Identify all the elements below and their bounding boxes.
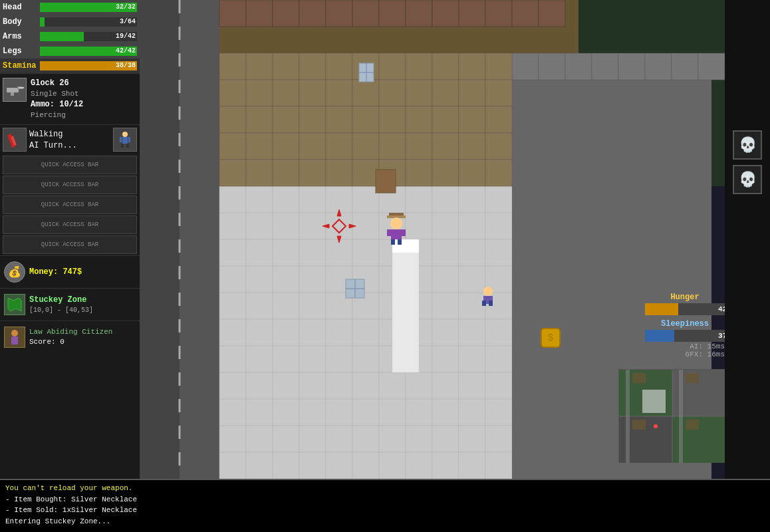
svg-rect-156 bbox=[326, 452, 352, 479]
svg-rect-128 bbox=[459, 372, 485, 399]
weapon-name: Glock 26 bbox=[31, 78, 83, 89]
svg-rect-126 bbox=[406, 372, 432, 399]
svg-rect-86 bbox=[219, 293, 246, 319]
svg-rect-149 bbox=[432, 426, 459, 452]
svg-rect-100 bbox=[299, 319, 326, 346]
svg-rect-119 bbox=[219, 372, 246, 399]
svg-rect-188 bbox=[352, 80, 379, 106]
svg-rect-2 bbox=[11, 92, 14, 96]
svg-rect-123 bbox=[326, 372, 352, 399]
svg-rect-185 bbox=[273, 80, 299, 106]
stamina-stat-row: Stamina 38/38 bbox=[0, 59, 140, 73]
svg-rect-186 bbox=[299, 80, 326, 106]
svg-rect-175 bbox=[299, 53, 326, 80]
zone-coords: [10,0] - [40,53] bbox=[29, 306, 93, 315]
svg-rect-201 bbox=[406, 106, 432, 133]
svg-rect-192 bbox=[459, 80, 485, 106]
svg-rect-155 bbox=[299, 452, 326, 479]
svg-rect-124 bbox=[352, 372, 379, 399]
money-icon: 💰 bbox=[4, 261, 25, 283]
quick-bar-4[interactable]: QUICK ACCESS BAR bbox=[3, 215, 137, 234]
head-stat-row: Head 32/32 bbox=[0, 0, 140, 15]
svg-rect-169 bbox=[645, 53, 672, 80]
svg-rect-118 bbox=[485, 346, 512, 372]
svg-rect-158 bbox=[379, 452, 406, 479]
hunger-bar-fill bbox=[645, 303, 678, 315]
svg-rect-30 bbox=[485, 0, 512, 27]
svg-rect-27 bbox=[406, 0, 432, 27]
svg-rect-11 bbox=[128, 137, 130, 142]
svg-rect-7 bbox=[122, 137, 128, 144]
svg-rect-223 bbox=[406, 160, 432, 186]
svg-rect-0 bbox=[7, 88, 19, 92]
legs-bar-value: 42/42 bbox=[116, 47, 136, 56]
svg-rect-253 bbox=[482, 301, 486, 306]
quick-bar-1[interactable]: QUICK ACCESS BAR bbox=[3, 156, 137, 174]
svg-rect-171 bbox=[698, 53, 725, 80]
svg-rect-206 bbox=[246, 133, 273, 160]
svg-rect-247 bbox=[387, 229, 391, 236]
svg-rect-213 bbox=[432, 133, 459, 160]
arms-label: Arms bbox=[3, 32, 37, 41]
svg-rect-214 bbox=[459, 133, 485, 160]
svg-rect-25 bbox=[352, 0, 379, 27]
svg-rect-16 bbox=[140, 0, 180, 479]
svg-rect-23 bbox=[299, 0, 326, 27]
svg-rect-157 bbox=[352, 452, 379, 479]
svg-point-6 bbox=[122, 132, 128, 137]
svg-rect-50 bbox=[432, 186, 459, 213]
money-value: Money: 747$ bbox=[29, 267, 82, 277]
score-icon bbox=[4, 327, 25, 348]
stamina-bar: 38/38 bbox=[40, 61, 137, 70]
gfx-timing: GFX: 16ms bbox=[645, 350, 725, 358]
svg-marker-12 bbox=[8, 298, 21, 311]
svg-rect-77 bbox=[273, 266, 299, 293]
svg-rect-179 bbox=[406, 53, 432, 80]
svg-rect-127 bbox=[432, 372, 459, 399]
zone-text: Stuckey Zone [10,0] - [40,53] bbox=[29, 295, 93, 315]
svg-rect-145 bbox=[326, 426, 352, 452]
svg-rect-20 bbox=[219, 0, 246, 27]
svg-rect-132 bbox=[273, 399, 299, 426]
svg-rect-42 bbox=[219, 186, 246, 213]
action-section: Walking AI Turn... bbox=[0, 124, 140, 154]
minimap bbox=[618, 369, 725, 462]
weapon-mode: Single Shot bbox=[31, 89, 83, 99]
svg-rect-64 bbox=[219, 239, 246, 266]
svg-rect-94 bbox=[432, 293, 459, 319]
quick-bar-2[interactable]: QUICK ACCESS BAR bbox=[3, 176, 137, 194]
svg-rect-143 bbox=[273, 426, 299, 452]
svg-rect-167 bbox=[592, 53, 618, 80]
svg-rect-219 bbox=[299, 160, 326, 186]
quick-bar-3[interactable]: QUICK ACCESS BAR bbox=[3, 196, 137, 214]
svg-rect-230 bbox=[376, 170, 396, 193]
svg-point-251 bbox=[483, 287, 493, 296]
svg-rect-242 bbox=[392, 239, 419, 253]
legs-label: Legs bbox=[3, 47, 37, 56]
svg-rect-191 bbox=[432, 80, 459, 106]
svg-rect-17 bbox=[180, 0, 219, 479]
svg-rect-168 bbox=[618, 53, 645, 80]
zone-row: Stuckey Zone [10,0] - [40,53] bbox=[4, 291, 136, 318]
svg-rect-189 bbox=[379, 80, 406, 106]
svg-rect-117 bbox=[459, 346, 485, 372]
svg-rect-105 bbox=[432, 319, 459, 346]
svg-rect-45 bbox=[299, 186, 326, 213]
svg-rect-160 bbox=[432, 452, 459, 479]
svg-rect-221 bbox=[352, 160, 379, 186]
svg-rect-84 bbox=[459, 266, 485, 293]
svg-rect-250 bbox=[398, 239, 402, 245]
body-label: Body bbox=[3, 17, 37, 27]
svg-rect-172 bbox=[219, 53, 246, 80]
svg-rect-49 bbox=[406, 186, 432, 213]
svg-rect-109 bbox=[246, 346, 273, 372]
body-stat-row: Body 3/64 bbox=[0, 15, 140, 29]
svg-rect-193 bbox=[485, 80, 512, 106]
svg-point-245 bbox=[390, 217, 402, 229]
score-row: Law Abiding Citizen Score: 0 bbox=[4, 324, 136, 350]
zone-icon bbox=[4, 294, 25, 315]
svg-rect-212 bbox=[406, 133, 432, 160]
quick-bar-5[interactable]: QUICK ACCESS BAR bbox=[3, 235, 137, 254]
svg-rect-102 bbox=[352, 319, 379, 346]
ai-timing: AI: 15ms bbox=[645, 342, 725, 350]
